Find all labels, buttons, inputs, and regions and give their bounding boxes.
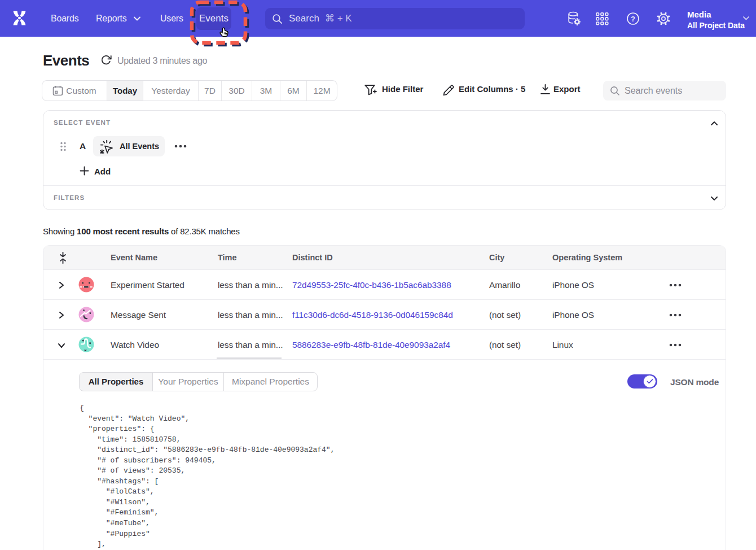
svg-text:?: ? bbox=[631, 15, 635, 23]
